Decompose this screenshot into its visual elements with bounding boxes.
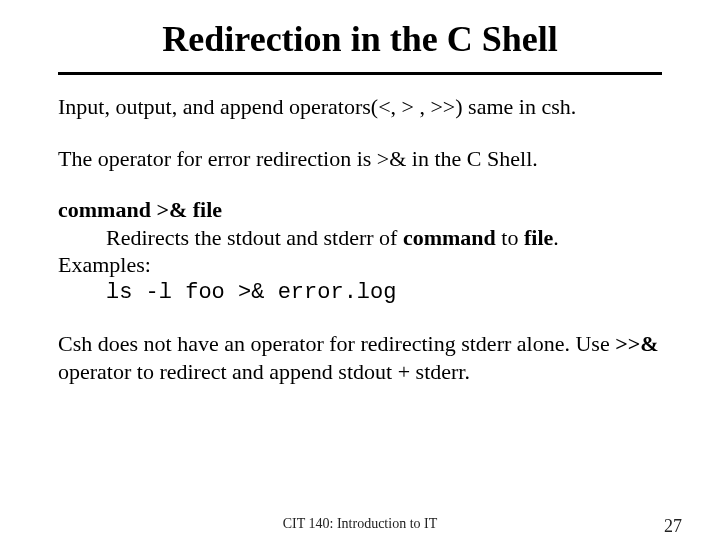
footer-course: CIT 140: Introduction to IT (0, 516, 720, 532)
desc-text-c: . (553, 225, 559, 250)
note-text-a: Csh does not have an operator for redire… (58, 331, 615, 356)
desc-command: command (403, 225, 496, 250)
page-title: Redirection in the C Shell (0, 0, 720, 66)
title-rule (58, 72, 662, 75)
paragraph-error-op: The operator for error redirection is >&… (58, 145, 662, 173)
syntax-description: Redirects the stdout and stderr of comma… (106, 224, 662, 252)
desc-text-b: to (496, 225, 524, 250)
note-text-b: operator to redirect and append stdout +… (58, 359, 470, 384)
note-operator: >>& (615, 331, 658, 356)
syntax-block: command >& file Redirects the stdout and… (58, 196, 662, 306)
desc-text-a: Redirects the stdout and stderr of (106, 225, 403, 250)
footer-page-number: 27 (664, 516, 682, 537)
body: Input, output, and append operators(<, >… (58, 93, 662, 385)
examples-label: Examples: (58, 251, 662, 279)
slide: Redirection in the C Shell Input, output… (0, 0, 720, 540)
syntax-line: command >& file (58, 196, 662, 224)
desc-file: file (524, 225, 553, 250)
paragraph-note: Csh does not have an operator for redire… (58, 330, 662, 385)
example-command: ls -l foo >& error.log (106, 279, 662, 307)
paragraph-intro: Input, output, and append operators(<, >… (58, 93, 662, 121)
